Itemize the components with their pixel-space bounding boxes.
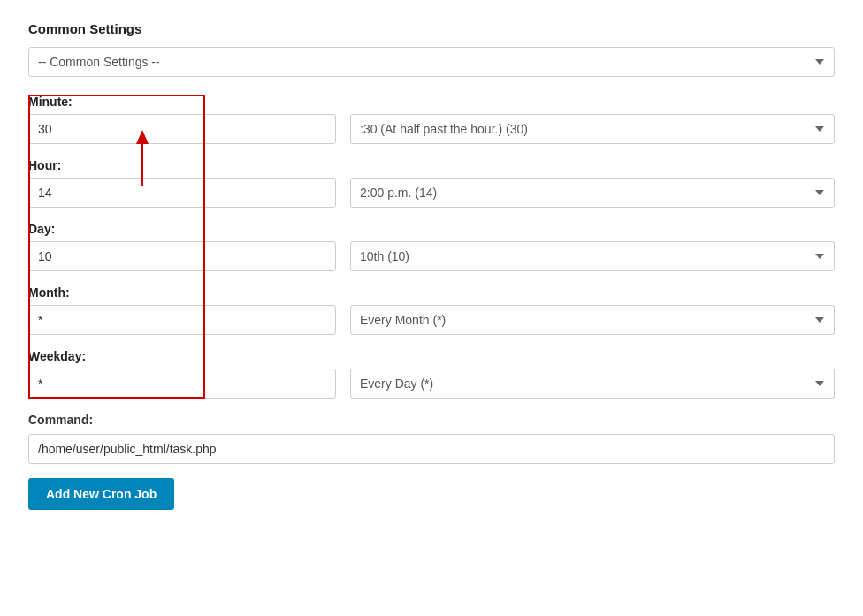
- month-right: Every Month (*): [350, 285, 835, 335]
- minute-input[interactable]: [28, 114, 336, 144]
- hour-right: 2:00 p.m. (14): [350, 158, 835, 208]
- month-select-wrapper-outer: Every Month (*): [350, 305, 835, 335]
- command-input[interactable]: [28, 434, 835, 464]
- hour-dropdown-wrapper: 2:00 p.m. (14): [350, 178, 835, 208]
- hour-input[interactable]: [28, 178, 336, 208]
- common-settings-select[interactable]: -- Common Settings --: [28, 47, 835, 77]
- minute-left: Minute:: [28, 95, 336, 144]
- command-label: Command:: [28, 413, 835, 427]
- minute-dropdown-wrapper: :30 (At half past the hour.) (30): [350, 114, 835, 144]
- day-label: Day:: [28, 222, 336, 236]
- weekday-row: Weekday: Every Day (*): [28, 349, 835, 399]
- month-input[interactable]: [28, 305, 336, 335]
- common-settings-row: -- Common Settings --: [28, 47, 835, 77]
- minute-select-wrapper-outer: :30 (At half past the hour.) (30): [350, 114, 835, 144]
- day-row: Day: 10th (10): [28, 222, 835, 271]
- day-left: Day:: [28, 222, 336, 271]
- weekday-select-wrapper-outer: Every Day (*): [350, 369, 835, 399]
- hour-row: Hour: 2:00 p.m. (14): [28, 158, 835, 208]
- common-settings-section: Common Settings -- Common Settings --: [28, 21, 835, 77]
- weekday-input[interactable]: [28, 369, 336, 399]
- hour-select-wrapper-outer: 2:00 p.m. (14): [350, 178, 835, 208]
- month-row: Month: Every Month (*): [28, 285, 835, 335]
- day-right: 10th (10): [350, 222, 835, 271]
- day-dropdown-wrapper: 10th (10): [350, 241, 835, 271]
- weekday-left: Weekday:: [28, 349, 336, 399]
- weekday-label: Weekday:: [28, 349, 336, 363]
- weekday-select[interactable]: Every Day (*): [350, 369, 835, 399]
- common-settings-select-wrapper: -- Common Settings --: [28, 47, 835, 77]
- month-select[interactable]: Every Month (*): [350, 305, 835, 335]
- month-label: Month:: [28, 285, 336, 300]
- minute-select[interactable]: :30 (At half past the hour.) (30): [350, 114, 835, 144]
- cron-fields-container: Minute: :30 (At half past the hour.) (30…: [28, 95, 835, 399]
- hour-select[interactable]: 2:00 p.m. (14): [350, 178, 835, 208]
- hour-left: Hour:: [28, 158, 336, 208]
- add-cron-job-button[interactable]: Add New Cron Job: [28, 478, 174, 510]
- minute-row: Minute: :30 (At half past the hour.) (30…: [28, 95, 835, 144]
- hour-label: Hour:: [28, 158, 336, 172]
- minute-label: Minute:: [28, 95, 336, 109]
- common-settings-title: Common Settings: [28, 21, 835, 36]
- day-select-wrapper-outer: 10th (10): [350, 241, 835, 271]
- weekday-right: Every Day (*): [350, 349, 835, 399]
- minute-right: :30 (At half past the hour.) (30): [350, 95, 835, 144]
- day-input[interactable]: [28, 241, 336, 271]
- weekday-dropdown-wrapper: Every Day (*): [350, 369, 835, 399]
- month-left: Month:: [28, 285, 336, 335]
- day-select[interactable]: 10th (10): [350, 241, 835, 271]
- month-dropdown-wrapper: Every Month (*): [350, 305, 835, 335]
- command-section: Command:: [28, 413, 835, 464]
